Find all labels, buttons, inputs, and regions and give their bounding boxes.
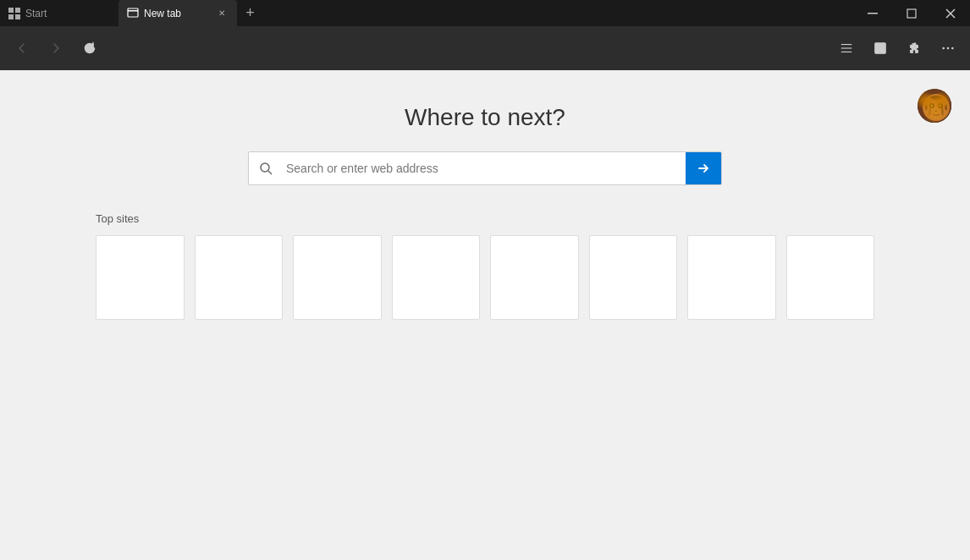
- svg-rect-7: [907, 9, 916, 18]
- svg-point-25: [932, 104, 933, 105]
- new-tab-button[interactable]: +: [237, 0, 263, 26]
- tab-new-label: New tab: [144, 8, 210, 19]
- extensions-button[interactable]: [899, 33, 929, 63]
- svg-point-17: [947, 47, 950, 50]
- top-site-tile-1[interactable]: [96, 235, 185, 320]
- maximize-button[interactable]: [892, 0, 931, 26]
- title-bar: Start New tab ✕ +: [0, 0, 970, 26]
- svg-point-27: [261, 163, 269, 172]
- search-bar: [248, 151, 722, 185]
- profile-avatar[interactable]: [916, 87, 953, 124]
- tab-new-icon: [127, 8, 139, 19]
- tab-close-button[interactable]: ✕: [215, 7, 229, 20]
- tab-start[interactable]: Start: [0, 0, 118, 26]
- refresh-button[interactable]: [74, 33, 105, 63]
- svg-point-23: [931, 105, 934, 107]
- more-button[interactable]: [933, 33, 963, 63]
- top-site-tile-3[interactable]: [293, 235, 382, 320]
- svg-point-24: [940, 105, 942, 107]
- top-site-tile-6[interactable]: [589, 235, 678, 320]
- search-go-button[interactable]: [686, 151, 721, 185]
- back-button[interactable]: [7, 33, 37, 63]
- tab-start-label: Start: [25, 8, 110, 19]
- top-sites-label: Top sites: [96, 212, 874, 225]
- svg-point-26: [940, 104, 941, 105]
- svg-rect-6: [868, 13, 878, 14]
- close-button[interactable]: [931, 0, 970, 26]
- top-site-tile-4[interactable]: [392, 235, 481, 320]
- svg-line-28: [268, 171, 272, 174]
- svg-rect-0: [8, 8, 14, 13]
- svg-rect-1: [15, 8, 20, 13]
- window-controls: [853, 0, 970, 26]
- svg-point-18: [951, 47, 954, 50]
- svg-rect-4: [128, 8, 138, 17]
- tab-start-icon: [8, 8, 20, 19]
- web-note-button[interactable]: [865, 33, 896, 63]
- forward-button[interactable]: [41, 33, 71, 63]
- top-site-tile-8[interactable]: [786, 235, 875, 320]
- top-site-tile-2[interactable]: [195, 235, 284, 320]
- svg-point-21: [929, 103, 934, 108]
- hub-button[interactable]: [831, 33, 862, 63]
- nav-bar: [0, 26, 970, 70]
- svg-rect-2: [8, 14, 14, 19]
- tab-new[interactable]: New tab ✕: [118, 0, 237, 26]
- main-content: Where to next? Top sites: [0, 70, 970, 560]
- svg-rect-3: [15, 14, 20, 19]
- svg-point-22: [938, 103, 943, 108]
- top-site-tile-7[interactable]: [687, 235, 776, 320]
- top-sites-grid: [96, 235, 874, 320]
- top-sites-section: Top sites: [79, 212, 891, 320]
- svg-point-20: [923, 94, 950, 121]
- svg-rect-5: [128, 10, 138, 12]
- search-icon: [249, 151, 283, 185]
- avatar-image: [918, 89, 951, 123]
- svg-point-19: [918, 89, 953, 124]
- top-site-tile-5[interactable]: [490, 235, 579, 320]
- minimize-button[interactable]: [853, 0, 892, 26]
- svg-point-16: [942, 47, 945, 50]
- page-heading: Where to next?: [405, 104, 565, 131]
- search-input[interactable]: [283, 162, 686, 175]
